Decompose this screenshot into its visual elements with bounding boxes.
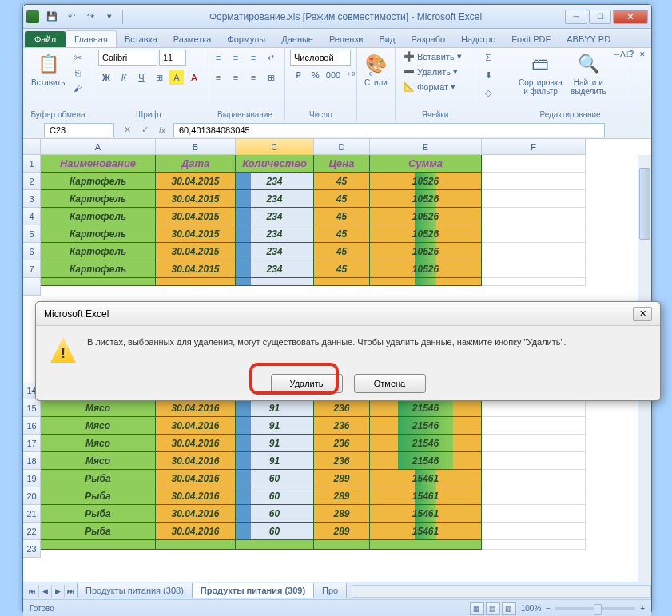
col-header-corner[interactable] (23, 139, 41, 155)
cell-price[interactable]: 289 (314, 523, 370, 540)
cell-price[interactable]: 236 (314, 399, 370, 417)
paste-button[interactable]: 📋 Вставить (28, 50, 68, 89)
cell-name[interactable]: Рыба (41, 505, 156, 523)
blank-cell[interactable] (482, 225, 586, 243)
blank-cell[interactable] (482, 243, 586, 260)
tab-foxit[interactable]: Foxit PDF (503, 31, 559, 47)
cell-sum[interactable]: 15461 (370, 505, 482, 523)
underline-button[interactable]: Ч (134, 70, 149, 85)
cell-sum[interactable]: 21546 (370, 435, 482, 452)
fill-icon[interactable]: ⬇ (481, 68, 495, 82)
cell-date[interactable]: 30.04.2015 (156, 173, 236, 190)
sheet-nav-next-icon[interactable]: ▶ (52, 585, 65, 598)
cell-qty[interactable]: 234 (236, 173, 314, 190)
cell-price[interactable]: 236 (314, 435, 370, 452)
cell-price[interactable]: 45 (314, 208, 370, 225)
cell-name[interactable]: Мясо (41, 452, 156, 470)
cell-qty[interactable]: 234 (236, 260, 314, 278)
cell-name[interactable]: Картофель (41, 173, 156, 190)
cell-empty[interactable] (314, 540, 370, 550)
view-normal-icon[interactable]: ▦ (470, 602, 484, 615)
border-button[interactable]: ⊞ (152, 70, 166, 85)
cell-name[interactable]: Мясо (41, 417, 156, 435)
sheet-nav-last-icon[interactable]: ⏭ (65, 585, 78, 598)
cell-name[interactable]: Картофель (41, 225, 156, 243)
row-header-21[interactable]: 21 (23, 505, 41, 523)
align-right-icon[interactable]: ≡ (246, 70, 260, 85)
cell-gap[interactable] (314, 278, 370, 286)
cell-date[interactable]: 30.04.2016 (156, 417, 236, 435)
sheet-nav-prev-icon[interactable]: ◀ (39, 585, 52, 598)
cell-date[interactable]: 30.04.2016 (156, 523, 236, 540)
row-header-20[interactable]: 20 (23, 487, 41, 505)
cell-name[interactable]: Мясо (41, 435, 156, 452)
cell-sum[interactable]: 10526 (370, 260, 482, 278)
fill-color-button[interactable]: A (169, 70, 184, 85)
cell-empty[interactable] (236, 540, 314, 550)
col-header-E[interactable]: E (370, 139, 482, 155)
align-bot-icon[interactable]: ≡ (246, 50, 260, 65)
scroll-thumb[interactable] (639, 168, 650, 240)
cell-gap[interactable] (236, 278, 314, 286)
font-size-select[interactable]: 11 (159, 50, 186, 66)
zoom-slider[interactable] (555, 607, 635, 610)
cell-price[interactable]: 45 (314, 260, 370, 278)
cell-gap[interactable] (41, 278, 156, 286)
cell-sum[interactable]: 10526 (370, 208, 482, 225)
blank-cell[interactable] (482, 487, 586, 505)
decimal-inc-icon[interactable]: ⁺⁰ (344, 68, 358, 82)
align-left-icon[interactable]: ≡ (211, 70, 225, 85)
dialog-delete-button[interactable]: Удалить (271, 374, 343, 393)
align-top-icon[interactable]: ≡ (211, 50, 225, 65)
blank-cell[interactable] (482, 435, 586, 452)
tab-view[interactable]: Вид (372, 31, 404, 47)
autosum-icon[interactable]: Σ (481, 50, 495, 65)
cell-qty[interactable]: 234 (236, 243, 314, 260)
cell-name[interactable]: Рыба (41, 523, 156, 540)
row-header-23[interactable]: 23 (23, 540, 41, 558)
cell-qty[interactable]: 60 (236, 470, 314, 487)
italic-button[interactable]: К (117, 70, 131, 85)
font-name-select[interactable]: Calibri (98, 50, 157, 66)
align-center-icon[interactable]: ≡ (229, 70, 243, 85)
cell-price[interactable]: 236 (314, 417, 370, 435)
name-box[interactable]: C23 (44, 123, 114, 137)
tab-review[interactable]: Рецензи (321, 31, 372, 47)
cell-sum[interactable]: 10526 (370, 243, 482, 260)
copy-icon[interactable]: ⎘ (70, 66, 85, 80)
view-break-icon[interactable]: ▧ (502, 602, 516, 615)
cell-sum[interactable]: 10526 (370, 225, 482, 243)
cell-price[interactable]: 289 (314, 487, 370, 505)
cell-gap[interactable] (370, 278, 482, 286)
formula-input[interactable]: 60,401384083045 (173, 123, 605, 137)
row-header-2[interactable]: 2 (23, 173, 41, 190)
cell-sum[interactable]: 21546 (370, 452, 482, 470)
cell-name[interactable]: Картофель (41, 208, 156, 225)
cell-empty[interactable] (41, 540, 156, 550)
cell-qty[interactable]: 91 (236, 452, 314, 470)
undo-icon[interactable]: ↶ (63, 9, 79, 25)
view-layout-icon[interactable]: ▤ (486, 602, 500, 615)
tab-data[interactable]: Данные (273, 31, 321, 47)
blank-cell[interactable] (482, 452, 586, 470)
cell-sum[interactable]: 10526 (370, 190, 482, 208)
cell-sum[interactable]: 15461 (370, 470, 482, 487)
cell-sum[interactable]: 21546 (370, 399, 482, 417)
cell-date[interactable]: 30.04.2016 (156, 435, 236, 452)
cell-sum[interactable]: 15461 (370, 523, 482, 540)
cell-name[interactable]: Мясо (41, 399, 156, 417)
sheet-tab-2[interactable]: Продукты питания (309) (192, 583, 314, 598)
cell-date[interactable]: 30.04.2016 (156, 399, 236, 417)
sheet-tab-1[interactable]: Продукты питания (308) (77, 583, 193, 598)
row-header-gap[interactable] (23, 278, 41, 296)
tab-home[interactable]: Главная (66, 30, 117, 47)
tab-developer[interactable]: Разрабо (403, 31, 453, 47)
row-header-7[interactable]: 7 (23, 260, 41, 278)
wb-close-icon[interactable]: ✕ (637, 50, 648, 59)
horizontal-scrollbar[interactable] (352, 585, 651, 598)
cell-name[interactable]: Картофель (41, 243, 156, 260)
cell-name[interactable]: Рыба (41, 487, 156, 505)
blank-cell[interactable] (482, 173, 586, 190)
cell-price[interactable]: 45 (314, 225, 370, 243)
save-icon[interactable]: 💾 (44, 9, 60, 25)
